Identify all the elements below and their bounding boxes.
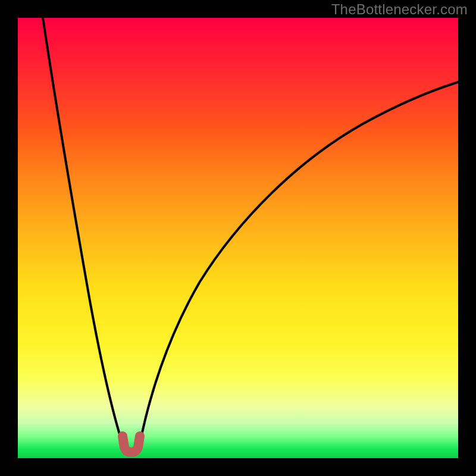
watermark-text: TheBottlenecker.com xyxy=(331,1,468,18)
curve-right-branch xyxy=(140,82,458,444)
chart-frame: TheBottlenecker.com xyxy=(0,0,476,476)
curve-left-branch xyxy=(43,18,123,444)
curve-svg xyxy=(18,18,458,458)
minimum-marker xyxy=(123,436,140,452)
plot-area xyxy=(18,18,458,458)
